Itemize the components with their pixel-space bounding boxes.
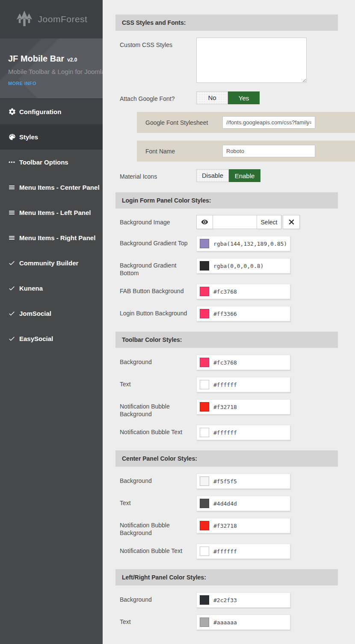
css-fonts-section: CSS Styles and Fonts: Custom CSS Styles … — [115, 15, 338, 182]
sidebar-item-menu-items-right-panel[interactable]: Menu Items - Right Panel — [0, 225, 103, 250]
color-picker-field[interactable]: #ffffff — [196, 377, 290, 392]
color-value: #fc3768 — [213, 359, 237, 366]
custom-css-label: Custom CSS Styles — [115, 38, 196, 83]
color-picker-field[interactable]: #f5f5f5 — [196, 473, 290, 489]
color-value: #ff3366 — [213, 311, 237, 317]
sidebar-item-label: JomSocial — [19, 310, 51, 317]
field-label: Text — [115, 615, 196, 630]
left-right-panel-color-rows: Background #2c2f33 Text #aaaaaa — [115, 592, 338, 630]
field-label: Notification Bubble Text — [115, 425, 196, 440]
color-picker-field[interactable]: #f32718 — [196, 399, 290, 415]
field-label: Background — [115, 592, 196, 608]
sidebar-item-styles[interactable]: Styles — [0, 124, 103, 150]
material-disable-button[interactable]: Disable — [196, 169, 229, 182]
color-swatch — [200, 499, 209, 508]
more-info-link[interactable]: MORE INFO — [8, 81, 36, 86]
color-field-row: Notification Bubble Background #f32718 — [115, 399, 338, 418]
color-value: #f32718 — [213, 404, 237, 410]
section-title-login-panel: Login Form Panel Color Styles: — [115, 192, 338, 209]
clear-image-button[interactable] — [283, 215, 300, 229]
color-picker-field[interactable]: #f32718 — [196, 518, 290, 533]
color-swatch — [200, 402, 209, 412]
material-enable-button[interactable]: Enable — [229, 169, 260, 182]
color-picker-field[interactable]: rgba(144,132,189,0.85) — [196, 236, 290, 251]
background-image-row: Background Image Select — [115, 215, 338, 229]
material-icons-toggle: Disable Enable — [196, 169, 260, 182]
color-picker-field[interactable]: #fc3768 — [196, 284, 290, 299]
sidebar-item-label: Menu Items - Center Panel — [19, 184, 100, 191]
custom-css-textarea[interactable] — [196, 38, 307, 83]
sidebar-item-jomsocial[interactable]: JomSocial — [0, 301, 103, 326]
color-value: rgba(144,132,189,0.85) — [213, 241, 287, 247]
sidebar-item-label: Menu Items - Right Panel — [19, 234, 95, 241]
section-title-center-panel: Center Panel Color Styles: — [115, 450, 338, 467]
brand-logo-block: JoomForest — [0, 0, 103, 38]
login-panel-section: Login Form Panel Color Styles: Backgroun… — [115, 192, 338, 321]
sidebar-item-easysocial[interactable]: EasySocial — [0, 326, 103, 351]
material-icons-row: Material Icons Disable Enable — [115, 169, 338, 182]
toolbar-color-section: Toolbar Color Styles: Background #fc3768… — [115, 332, 338, 440]
color-field-row: Login Button Background #ff3366 — [115, 306, 338, 321]
color-value: #4d4d4d — [213, 500, 237, 507]
field-label: Text — [115, 496, 196, 511]
sidebar-item-label: Toolbar Options — [19, 159, 68, 166]
color-swatch — [200, 521, 209, 530]
sidebar-item-label: Community Builder — [19, 259, 78, 267]
color-field-row: Notification Bubble Background #f32718 — [115, 518, 338, 537]
attach-no-button[interactable]: No — [196, 91, 228, 104]
font-name-row: Font Name — [137, 141, 355, 162]
color-field-row: Text #4d4d4d — [115, 496, 338, 511]
color-picker-field[interactable]: rgba(0,0,0,0.8) — [196, 258, 290, 273]
color-swatch — [200, 261, 209, 271]
color-picker-field[interactable]: #ff3366 — [196, 306, 290, 321]
eye-icon — [201, 218, 208, 226]
color-value: #aaaaaa — [213, 619, 237, 626]
color-picker-field[interactable]: #ffffff — [196, 544, 290, 559]
google-font-stylesheet-input[interactable] — [222, 116, 315, 129]
field-label: Text — [115, 377, 196, 392]
color-field-row: Background Gradient Bottom rgba(0,0,0,0.… — [115, 258, 338, 277]
font-name-input[interactable] — [222, 145, 315, 157]
color-swatch — [200, 595, 209, 605]
color-swatch — [200, 239, 209, 248]
sidebar-item-configuration[interactable]: Configuration — [0, 99, 103, 124]
sidebar-nav: Configuration Styles Toolbar Options Men… — [0, 98, 103, 351]
sidebar-item-community-builder[interactable]: Community Builder — [0, 250, 103, 276]
color-picker-field[interactable]: #aaaaaa — [196, 615, 290, 630]
custom-css-row: Custom CSS Styles — [115, 38, 338, 83]
background-image-input[interactable] — [213, 215, 257, 229]
login-panel-color-rows: Background Gradient Top rgba(144,132,189… — [115, 236, 338, 321]
product-title: JF Mobile Bar — [8, 54, 64, 63]
sidebar-item-kunena[interactable]: Kunena — [0, 276, 103, 301]
color-field-row: Text #ffffff — [115, 377, 338, 392]
color-swatch — [200, 476, 209, 486]
color-field-row: FAB Button Background #fc3768 — [115, 284, 338, 299]
preview-button[interactable] — [196, 215, 213, 229]
sidebar-item-toolbar-options[interactable]: Toolbar Options — [0, 150, 103, 175]
select-image-button[interactable]: Select — [257, 215, 281, 229]
attach-google-font-row: Attach Google Font? No Yes — [115, 91, 338, 104]
field-label: Background — [115, 355, 196, 370]
color-picker-field[interactable]: #fc3768 — [196, 355, 290, 370]
color-picker-field[interactable]: #4d4d4d — [196, 496, 290, 511]
color-value: #ffffff — [213, 548, 237, 555]
color-picker-field[interactable]: #ffffff — [196, 425, 290, 440]
sidebar-item-menu-items-center-panel[interactable]: Menu Items - Center Panel — [0, 175, 103, 200]
settings-panel: CSS Styles and Fonts: Custom CSS Styles … — [103, 0, 355, 644]
color-picker-field[interactable]: #2c2f33 — [196, 592, 290, 608]
color-value: #fc3768 — [213, 288, 237, 295]
attach-google-font-label: Attach Google Font? — [115, 91, 196, 104]
color-value: rgba(0,0,0,0.8) — [213, 263, 263, 269]
color-field-row: Background #fc3768 — [115, 355, 338, 370]
color-value: #f32718 — [213, 523, 237, 529]
attach-yes-button[interactable]: Yes — [228, 91, 260, 104]
color-swatch — [200, 618, 209, 627]
section-title-toolbar: Toolbar Color Styles: — [115, 332, 338, 348]
sidebar-item-label: Kunena — [19, 285, 43, 292]
palette-icon — [8, 133, 16, 141]
color-field-row: Text #aaaaaa — [115, 615, 338, 630]
section-title-left-right-panel: Left/Right Panel Color Styles: — [115, 569, 338, 585]
sidebar-item-menu-items-left-panel[interactable]: Menu Items - Left Panel — [0, 200, 103, 225]
checkmark-icon — [8, 335, 15, 342]
field-label: Notification Bubble Background — [115, 518, 196, 537]
